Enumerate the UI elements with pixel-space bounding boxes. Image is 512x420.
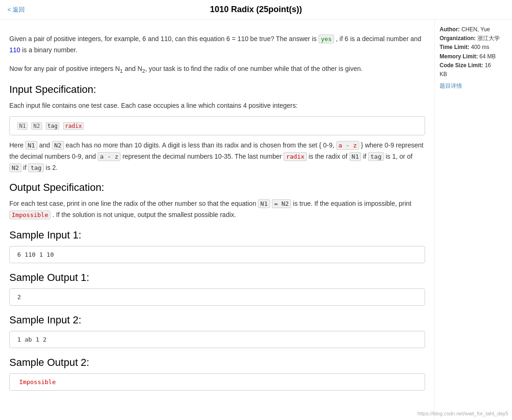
intro-paragraph: Given a pair of positive integers, for e… [9, 34, 425, 56]
sidebar-detail-link[interactable]: 题目详情 [440, 82, 500, 91]
code-label: Code Size Limit: [440, 62, 483, 69]
watermark: https://blog.csdn.net/wait_for_taht_day5 [418, 411, 508, 416]
sample-output1-box: 2 [9, 288, 425, 306]
input-code-block: N1 N2 tag radix [9, 116, 425, 135]
sample-input2-value: 1 ab 1 2 [17, 336, 47, 343]
intro-line1b: , if 6 is a decimal number and [336, 35, 421, 42]
back-button[interactable]: < 返回 [7, 6, 25, 14]
sample-input1-heading: Sample Input 1: [9, 229, 425, 241]
memory-label: Memory Limit: [440, 53, 478, 60]
intro-line1: Given a pair of positive integers, for e… [9, 35, 317, 42]
sample-output2-value: Impossible [17, 378, 57, 386]
main-content: Given a pair of positive integers, for e… [0, 20, 434, 420]
org-value: 浙江大学 [477, 35, 500, 42]
intro-110: 110 [9, 46, 20, 54]
sample-output1-value: 2 [17, 294, 21, 301]
intro-line2: Now for any pair of positive integers N1… [9, 63, 425, 76]
org-label: Organization: [440, 35, 476, 42]
input-spec-heading: Input Specification: [9, 84, 425, 96]
input-spec-desc: Each input file contains one test case. … [9, 100, 425, 112]
memory-value: 64 MB [479, 53, 496, 60]
output-spec-desc: For each test case, print in one line th… [9, 198, 425, 221]
input-detail: Here N1 and N2 each has no more than 10 … [9, 140, 425, 173]
sample-output2-box: Impossible [9, 373, 425, 391]
yes-word: yes [319, 35, 334, 43]
sidebar-time: Time Limit: 400 ms [440, 43, 500, 52]
author-value: CHEN, Yue [462, 26, 490, 33]
sidebar: Author: CHEN, Yue Organization: 浙江大学 Tim… [434, 20, 505, 420]
top-bar: < 返回 1010 Radix (25point(s)) [0, 0, 512, 20]
sidebar-memory: Memory Limit: 64 MB [440, 52, 500, 61]
time-label: Time Limit: [440, 44, 469, 50]
sample-input1-box: 6 110 1 10 [9, 246, 425, 263]
sidebar-code-size: Code Size Limit: 16 KB [440, 61, 500, 79]
sample-output1-heading: Sample Output 1: [9, 272, 425, 284]
output-spec-heading: Output Specification: [9, 182, 425, 194]
sample-input2-box: 1 ab 1 2 [9, 331, 425, 348]
page-title: 1010 Radix (25point(s)) [210, 5, 302, 14]
sidebar-org: Organization: 浙江大学 [440, 34, 500, 43]
sample-output2-heading: Sample Output 2: [9, 357, 425, 369]
intro-is-binary: is a binary number. [22, 46, 77, 54]
time-value: 400 ms [471, 44, 489, 50]
sidebar-author: Author: CHEN, Yue [440, 25, 500, 34]
sample-input1-value: 6 110 1 10 [17, 251, 54, 258]
author-label: Author: [440, 26, 460, 33]
detail-link-anchor[interactable]: 题目详情 [440, 83, 462, 89]
sample-input2-heading: Sample Input 2: [9, 314, 425, 326]
